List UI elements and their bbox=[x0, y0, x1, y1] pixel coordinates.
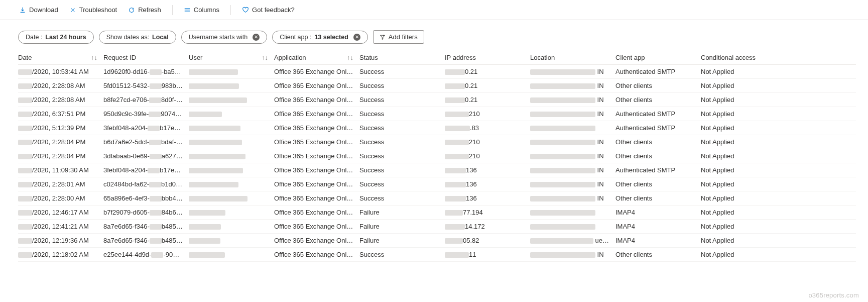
cell-clientapp: Other clients bbox=[615, 152, 701, 160]
table-row[interactable]: /2020, 2:28:04 PM3dfabaab-0e69-a627-1…Of… bbox=[18, 149, 856, 163]
add-filters-button[interactable]: Add filters bbox=[373, 30, 424, 44]
download-button[interactable]: Download bbox=[15, 4, 62, 16]
cell-location bbox=[530, 124, 615, 132]
table-row[interactable]: /2020, 5:12:39 PM3febf048-a204-b17e-32…O… bbox=[18, 121, 856, 135]
table-row[interactable]: /2020, 12:18:02 AMe25ee144-4d9d--902b-…O… bbox=[18, 248, 856, 262]
clear-icon[interactable]: ✕ bbox=[253, 34, 260, 41]
cell-ip: 0.21 bbox=[445, 82, 530, 89]
cell-request-id: e25ee144-4d9d--902b-… bbox=[103, 251, 189, 258]
cell-application: Office 365 Exchange Online bbox=[274, 180, 359, 188]
col-clientapp[interactable]: Client app bbox=[615, 54, 701, 61]
col-status[interactable]: Status bbox=[359, 54, 445, 61]
cell-ip: 136 bbox=[445, 180, 530, 188]
cell-location: IN bbox=[530, 180, 615, 188]
table-row[interactable]: /2020, 2:28:08 AMb8fe27cd-e706-8d0f-4…Of… bbox=[18, 93, 856, 107]
cell-conditional: Not Applied bbox=[701, 138, 786, 146]
col-application[interactable]: Application↑↓ bbox=[274, 54, 359, 61]
cell-clientapp: Other clients bbox=[615, 194, 701, 202]
filter-clientapp[interactable]: Client app : 13 selected ✕ bbox=[272, 31, 368, 44]
col-conditional[interactable]: Conditional access bbox=[701, 54, 786, 61]
refresh-icon bbox=[128, 7, 135, 14]
col-date[interactable]: Date↑↓ bbox=[18, 54, 103, 61]
cell-application: Office 365 Exchange Online bbox=[274, 194, 359, 202]
cell-status: Success bbox=[359, 194, 445, 202]
col-user[interactable]: User↑↓ bbox=[189, 54, 274, 61]
separator bbox=[230, 5, 231, 15]
cell-location: IN bbox=[530, 152, 615, 160]
col-ip[interactable]: IP address bbox=[445, 54, 530, 61]
cell-date: /2020, 12:41:21 AM bbox=[18, 223, 103, 230]
filter-showdates-key: Show dates as: bbox=[106, 34, 149, 41]
cell-date: /2020, 2:28:00 AM bbox=[18, 194, 103, 202]
cell-location: IN bbox=[530, 166, 615, 174]
table-row[interactable]: /2020, 11:09:30 AM3febf048-a204-b17e-32…… bbox=[18, 163, 856, 177]
table-row[interactable]: /2020, 2:28:00 AM65a896e6-4ef3-bbb4-e…Of… bbox=[18, 191, 856, 206]
cell-request-id: b7f29079-d605-84b6-d… bbox=[103, 209, 189, 216]
cell-ip: 0.21 bbox=[445, 68, 530, 75]
cell-request-id: b6d7a6e2-5dcf-bdaf-c… bbox=[103, 138, 189, 146]
cell-date: /2020, 6:37:51 PM bbox=[18, 110, 103, 118]
cell-conditional: Not Applied bbox=[701, 110, 786, 118]
table-row[interactable]: /2020, 12:41:21 AM8a7e6d65-f346-b485-e…O… bbox=[18, 220, 856, 234]
table-row[interactable]: /2020, 2:28:04 PMb6d7a6e2-5dcf-bdaf-c…Of… bbox=[18, 135, 856, 149]
cell-location bbox=[530, 223, 615, 230]
cell-status: Failure bbox=[359, 237, 445, 244]
cell-clientapp: Authenticated SMTP bbox=[615, 124, 701, 132]
refresh-button[interactable]: Refresh bbox=[124, 4, 165, 16]
table-row[interactable]: /2020, 2:28:01 AMc02484bd-fa62-b1d0-7…Of… bbox=[18, 177, 856, 191]
table-row[interactable]: /2020, 12:19:36 AM8a7e6d65-f346-b485-e…O… bbox=[18, 234, 856, 248]
refresh-label: Refresh bbox=[138, 6, 161, 14]
col-request-id[interactable]: Request ID bbox=[103, 54, 189, 61]
table-row[interactable]: /2020, 6:37:51 PM950d9c9c-39fe-9074-8…Of… bbox=[18, 107, 856, 121]
cell-user bbox=[189, 209, 274, 216]
cell-location: IN bbox=[530, 194, 615, 202]
cell-status: Success bbox=[359, 152, 445, 160]
cell-location: IN bbox=[530, 82, 615, 89]
grid-header: Date↑↓ Request ID User↑↓ Application↑↓ S… bbox=[18, 51, 856, 65]
cell-date: /2020, 2:28:04 PM bbox=[18, 138, 103, 146]
cell-status: Success bbox=[359, 138, 445, 146]
cell-date: /2020, 2:28:01 AM bbox=[18, 180, 103, 188]
cell-application: Office 365 Exchange Online bbox=[274, 166, 359, 174]
cell-ip: 11 bbox=[445, 251, 530, 258]
cell-clientapp: IMAP4 bbox=[615, 223, 701, 230]
cell-location: IN bbox=[530, 96, 615, 104]
command-bar: Download Troubleshoot Refresh Columns Go… bbox=[0, 0, 868, 20]
cell-application: Office 365 Exchange Online bbox=[274, 124, 359, 132]
cell-conditional: Not Applied bbox=[701, 251, 786, 258]
feedback-button[interactable]: Got feedback? bbox=[238, 4, 299, 16]
columns-button[interactable]: Columns bbox=[180, 4, 223, 16]
cell-clientapp: Other clients bbox=[615, 82, 701, 89]
table-row[interactable]: /2020, 2:28:08 AM5fd01512-5432-983b-0…Of… bbox=[18, 79, 856, 93]
cell-request-id: 8a7e6d65-f346-b485-e… bbox=[103, 237, 189, 244]
filter-date[interactable]: Date : Last 24 hours bbox=[18, 31, 94, 44]
cell-conditional: Not Applied bbox=[701, 223, 786, 230]
col-location[interactable]: Location bbox=[530, 54, 615, 61]
cell-conditional: Not Applied bbox=[701, 209, 786, 216]
cell-date: /2020, 12:19:36 AM bbox=[18, 237, 103, 244]
cell-user bbox=[189, 237, 274, 244]
cell-location: IN bbox=[530, 251, 615, 258]
grid-body: /2020, 10:53:41 AM1d9620f0-dd16--ba56-c…… bbox=[18, 65, 856, 262]
cell-application: Office 365 Exchange Online bbox=[274, 68, 359, 75]
table-row[interactable]: /2020, 12:46:17 AMb7f29079-d605-84b6-d…O… bbox=[18, 206, 856, 220]
cell-request-id: c02484bd-fa62-b1d0-7… bbox=[103, 180, 189, 188]
troubleshoot-button[interactable]: Troubleshoot bbox=[65, 4, 121, 16]
signins-grid: Date↑↓ Request ID User↑↓ Application↑↓ S… bbox=[0, 51, 868, 265]
filter-show-dates[interactable]: Show dates as: Local bbox=[99, 31, 176, 44]
cell-request-id: b8fe27cd-e706-8d0f-4… bbox=[103, 96, 189, 104]
table-row[interactable]: /2020, 10:53:41 AM1d9620f0-dd16--ba56-c…… bbox=[18, 65, 856, 79]
cell-ip: 210 bbox=[445, 110, 530, 118]
filter-username[interactable]: Username starts with ✕ bbox=[181, 31, 267, 44]
cell-user bbox=[189, 138, 274, 146]
cell-user bbox=[189, 152, 274, 160]
cell-status: Success bbox=[359, 124, 445, 132]
cell-clientapp: Authenticated SMTP bbox=[615, 110, 701, 118]
cell-clientapp: IMAP4 bbox=[615, 209, 701, 216]
cell-clientapp: Authenticated SMTP bbox=[615, 166, 701, 174]
cell-user bbox=[189, 82, 274, 89]
clear-icon[interactable]: ✕ bbox=[353, 34, 360, 41]
cell-conditional: Not Applied bbox=[701, 194, 786, 202]
cell-user bbox=[189, 251, 274, 258]
cell-location: IN bbox=[530, 110, 615, 118]
